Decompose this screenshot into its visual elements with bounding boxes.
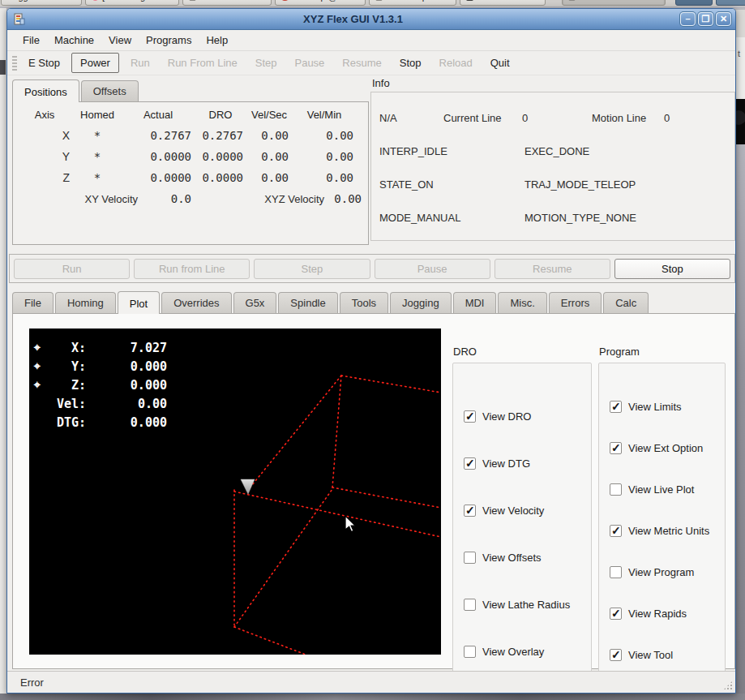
col-header-homed: Homed xyxy=(73,109,122,121)
program-group-label: Program xyxy=(599,346,640,358)
menu-help[interactable]: Help xyxy=(199,31,235,49)
desktop-right-fragment: t xyxy=(736,8,745,700)
tab-overrides[interactable]: Overrides xyxy=(161,292,231,313)
taskbar-button-active[interactable]: XYZ Flex GUI xyxy=(562,0,666,6)
tab-offsets[interactable]: Offsets xyxy=(81,80,139,101)
toolbar-power[interactable]: Power xyxy=(71,53,119,73)
tab-misc[interactable]: Misc. xyxy=(498,292,546,313)
checkbox-label: View DTG xyxy=(482,457,530,470)
dro-value: 0.0000 xyxy=(195,171,246,184)
taskbar-button[interactable]: 91-Shop @ m xyxy=(275,0,366,6)
status-bar: Error xyxy=(7,671,735,693)
checkbox-box[interactable] xyxy=(464,505,476,517)
toolbar-stop[interactable]: Stop xyxy=(393,54,428,72)
checkbox-view-program[interactable]: View Program xyxy=(599,552,725,593)
checkbox-label: View Offsets xyxy=(482,552,542,564)
tab-jogging[interactable]: Jogging xyxy=(390,292,452,313)
dro-value: 0.2767 xyxy=(195,129,246,142)
checkbox-box[interactable] xyxy=(610,608,622,620)
task-mode: MODE_MANUAL xyxy=(379,212,524,224)
checkbox-box[interactable] xyxy=(610,649,622,661)
toolbar-grip-handle[interactable] xyxy=(12,56,17,71)
window-title: XYZ Flex GUI V1.3.1 xyxy=(26,13,680,25)
app-icon xyxy=(375,0,383,1)
homed-flag: * xyxy=(73,129,122,142)
program-options-group: Program View Limits View Ext Option View… xyxy=(598,363,726,682)
checkbox-box[interactable] xyxy=(464,646,476,658)
checkbox-view-overlay[interactable]: View Overlay xyxy=(453,628,591,675)
tab-plot[interactable]: Plot xyxy=(118,291,160,314)
velsec-value: 0.00 xyxy=(246,150,292,163)
toolbar-reload: Reload xyxy=(433,54,479,72)
col-header-velmin: Vel/Min xyxy=(292,109,357,121)
tab-g5x[interactable]: G5x xyxy=(233,292,277,313)
checkbox-view-rapids[interactable]: View Rapids xyxy=(599,593,725,634)
checkbox-box[interactable] xyxy=(464,410,476,423)
overlay-value: 0.000 xyxy=(86,378,167,393)
limit-edge xyxy=(341,376,441,393)
checkbox-box[interactable] xyxy=(610,483,622,496)
tab-spindle[interactable]: Spindle xyxy=(278,292,337,313)
checkbox-view-offsets[interactable]: View Offsets xyxy=(453,534,591,581)
taskbar-button[interactable]: IP Camera m xyxy=(182,0,272,6)
plot-canvas[interactable]: ⌖X:7.027 ⌖Y:0.000 ⌖Z:0.000 Vel:0.00 DTG:… xyxy=(29,329,441,655)
positions-notebook: Positions Offsets Axis Homed Actual DRO … xyxy=(12,79,369,245)
motion-type: MOTION_TYPE_NONE xyxy=(524,212,636,224)
plot-page: ⌖X:7.027 ⌖Y:0.000 ⌖Z:0.000 Vel:0.00 DTG:… xyxy=(12,313,735,669)
menu-machine[interactable]: Machine xyxy=(47,31,101,49)
limit-edge xyxy=(332,376,341,487)
crosshair-icon: ⌖ xyxy=(29,341,45,354)
checkbox-view-live-plot[interactable]: View Live Plot xyxy=(599,469,725,510)
checkbox-box[interactable] xyxy=(610,442,622,454)
checkbox-view-metric-units[interactable]: View Metric Units xyxy=(599,510,725,552)
menu-view[interactable]: View xyxy=(101,31,139,49)
checkbox-label: View Live Plot xyxy=(628,483,694,496)
toolbar-estop[interactable]: E Stop xyxy=(22,54,66,72)
checkbox-box[interactable] xyxy=(610,566,622,578)
xy-velocity-label: XY Velocity xyxy=(16,193,138,205)
tab-file[interactable]: File xyxy=(12,292,54,313)
checkbox-view-limits[interactable]: View Limits xyxy=(599,386,725,427)
limit-edge xyxy=(234,627,306,655)
run-from-line-button: Run from Line xyxy=(134,259,250,279)
app-icon xyxy=(92,0,99,1)
tab-mdi[interactable]: MDI xyxy=(453,292,497,313)
taskbar-button[interactable]: Terminal xyxy=(460,0,546,6)
title-bar[interactable]: XYZ Flex GUI V1.3.1 – ❐ ✕ xyxy=(7,9,735,30)
minimize-button[interactable]: – xyxy=(680,12,696,26)
taskbar-button[interactable]: Real Suspen xyxy=(369,0,456,6)
tab-errors[interactable]: Errors xyxy=(549,292,602,313)
checkbox-box[interactable] xyxy=(464,457,476,470)
toolbar-pause: Pause xyxy=(288,54,331,72)
checkbox-view-dro[interactable]: View DRO xyxy=(453,393,591,440)
resize-grip[interactable] xyxy=(723,681,733,690)
workspace-mes[interactable]: Mes xyxy=(716,0,745,6)
workspace-home[interactable]: Home xyxy=(675,0,713,6)
main-notebook: File Homing Plot Overrides G5x Spindle T… xyxy=(12,291,735,669)
menu-file[interactable]: File xyxy=(15,31,47,49)
checkbox-view-velocity[interactable]: View Velocity xyxy=(453,487,591,534)
stop-button[interactable]: Stop xyxy=(614,259,730,279)
menu-programs[interactable]: Programs xyxy=(139,31,199,49)
checkbox-view-dtg[interactable]: View DTG xyxy=(453,440,591,487)
tab-positions[interactable]: Positions xyxy=(12,79,79,102)
checkbox-view-ext-option[interactable]: View Ext Option xyxy=(599,427,725,469)
checkbox-box[interactable] xyxy=(464,552,476,564)
checkbox-box[interactable] xyxy=(610,525,622,537)
toolbar-quit[interactable]: Quit xyxy=(484,54,516,72)
taskbar-button[interactable]: [Small Engin xyxy=(85,0,179,6)
maximize-button[interactable]: ❐ xyxy=(698,12,713,26)
tab-calc[interactable]: Calc xyxy=(603,292,649,313)
overlay-label: Vel: xyxy=(45,397,86,411)
actual-value: 0.0000 xyxy=(122,150,195,163)
axis-label: Z xyxy=(16,171,73,184)
checkbox-box[interactable] xyxy=(464,599,476,611)
tab-homing[interactable]: Homing xyxy=(55,292,116,313)
checkbox-view-tool[interactable]: View Tool xyxy=(599,634,725,676)
close-button[interactable]: ✕ xyxy=(716,12,731,26)
toolbar-step: Step xyxy=(249,54,284,72)
checkbox-view-lathe-radius[interactable]: View Lathe Radius xyxy=(453,581,591,628)
taskbar-button[interactable]: Briggs and m xyxy=(1,0,82,6)
tab-tools[interactable]: Tools xyxy=(340,292,388,313)
checkbox-box[interactable] xyxy=(610,401,622,413)
